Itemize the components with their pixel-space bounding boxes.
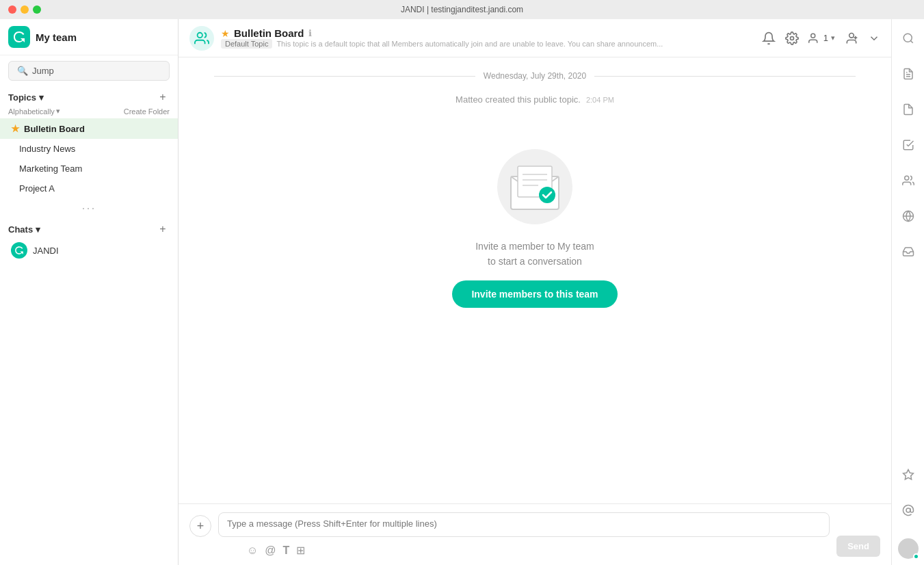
jump-label: Jump	[32, 66, 54, 76]
svg-point-2	[811, 34, 815, 38]
right-notes-button[interactable]	[897, 63, 919, 85]
channel-star-icon: ★	[221, 28, 230, 39]
svg-line-14	[910, 40, 912, 42]
svg-marker-20	[903, 470, 913, 479]
right-tasks-button[interactable]	[897, 134, 919, 156]
app-body: My team 🔍 Jump Topics ▾ + Alphabetically…	[0, 19, 924, 565]
chats-section-title[interactable]: Chats ▾	[8, 224, 40, 235]
sort-label-text: Alphabetically	[8, 107, 55, 116]
right-at-button[interactable]	[897, 499, 919, 521]
jandi-avatar	[11, 242, 27, 259]
svg-point-21	[906, 508, 910, 512]
main-content: ★ Bulletin Board ℹ Default Topic This to…	[179, 19, 891, 565]
close-button[interactable]	[8, 5, 16, 14]
message-input-area: + ☺ @ T ⊞ Send	[179, 503, 891, 565]
more-options-button[interactable]	[868, 32, 880, 44]
chat-area: Wednesday, July 29th, 2020 Matteo create…	[179, 57, 891, 503]
team-logo	[8, 26, 30, 48]
titlebar: JANDI | testingjanditest.jandi.com	[0, 0, 924, 19]
traffic-lights	[8, 5, 41, 14]
mention-button[interactable]: @	[265, 544, 276, 557]
fullscreen-button[interactable]	[33, 5, 41, 14]
channel-description: This topic is a default topic that all M…	[276, 40, 663, 48]
created-text: Matteo created this public topic.	[456, 94, 581, 105]
project-a-label: Project A	[19, 183, 55, 194]
right-user-avatar[interactable]	[897, 535, 919, 557]
right-inbox-button[interactable]	[897, 241, 919, 263]
sidebar: My team 🔍 Jump Topics ▾ + Alphabetically…	[0, 19, 179, 565]
svg-point-3	[849, 33, 854, 38]
created-time: 2:04 PM	[586, 96, 614, 104]
marketing-team-label: Marketing Team	[19, 163, 82, 174]
settings-button[interactable]	[785, 31, 799, 45]
member-chevron-icon: ▾	[831, 34, 835, 42]
notification-button[interactable]	[762, 31, 776, 45]
chats-section-header: Chats ▾ +	[0, 218, 178, 237]
create-folder-button[interactable]: Create Folder	[124, 107, 170, 116]
channel-info-icon[interactable]: ℹ	[308, 28, 312, 38]
channel-name: Bulletin Board	[234, 27, 304, 39]
industry-news-label: Industry News	[19, 144, 75, 154]
star-icon: ★	[11, 123, 20, 134]
invite-section: Invite a member to My team to start a co…	[452, 146, 617, 308]
topics-sort-row: Alphabetically ▾ Create Folder	[0, 105, 178, 118]
add-member-button[interactable]	[845, 31, 858, 45]
topics-section-title[interactable]: Topics ▾	[8, 92, 44, 103]
chat-item-jandi[interactable]: JANDI	[0, 237, 178, 263]
chats-label: Chats	[8, 224, 33, 235]
sidebar-item-industry-news[interactable]: Industry News	[0, 139, 178, 159]
chats-section: Chats ▾ + JANDI	[0, 218, 178, 263]
right-files-button[interactable]	[897, 98, 919, 120]
member-count: 1	[823, 33, 828, 43]
minimize-button[interactable]	[21, 5, 29, 14]
svg-point-12	[539, 187, 555, 203]
channel-name-row: ★ Bulletin Board ℹ	[221, 27, 755, 39]
message-input[interactable]	[218, 512, 830, 537]
add-topic-button[interactable]: +	[156, 90, 170, 104]
topics-section-header: Topics ▾ +	[0, 86, 178, 105]
svg-point-1	[790, 36, 793, 40]
attachment-button[interactable]: ⊞	[296, 544, 305, 557]
input-toolbar: ☺ @ T ⊞	[218, 540, 830, 557]
chats-chevron-icon: ▾	[36, 224, 40, 235]
invite-text: Invite a member to My team to start a co…	[475, 239, 594, 270]
channel-header: ★ Bulletin Board ℹ Default Topic This to…	[179, 19, 891, 57]
right-starred-button[interactable]	[897, 464, 919, 486]
topics-section: Topics ▾ + Alphabetically ▾ Create Folde…	[0, 86, 178, 198]
channel-info: ★ Bulletin Board ℹ Default Topic This to…	[221, 27, 755, 49]
header-actions: 1 ▾	[762, 31, 880, 45]
channel-avatar	[189, 26, 214, 51]
sort-button[interactable]: Alphabetically ▾	[8, 107, 60, 116]
sidebar-item-bulletin-board[interactable]: ★ Bulletin Board	[0, 118, 178, 139]
svg-point-0	[198, 32, 202, 37]
search-icon: 🔍	[17, 66, 28, 76]
date-divider: Wednesday, July 29th, 2020	[206, 71, 864, 81]
sidebar-item-marketing-team[interactable]: Marketing Team	[0, 159, 178, 179]
add-attachment-button[interactable]: +	[189, 515, 211, 537]
right-translate-button[interactable]	[897, 205, 919, 227]
invite-line1: Invite a member to My team	[475, 239, 594, 254]
send-button[interactable]: Send	[836, 536, 880, 557]
sidebar-item-project-a[interactable]: Project A	[0, 179, 178, 198]
right-sidebar	[891, 19, 924, 565]
sort-chevron-icon: ▾	[56, 107, 60, 116]
right-search-button[interactable]	[897, 27, 919, 49]
topics-label: Topics	[8, 92, 36, 103]
emoji-button[interactable]: ☺	[247, 544, 258, 557]
text-format-button[interactable]: T	[283, 544, 290, 557]
add-chat-button[interactable]: +	[156, 222, 170, 236]
right-members-button[interactable]	[897, 170, 919, 192]
svg-point-13	[903, 34, 912, 42]
svg-point-17	[904, 176, 908, 180]
jandi-chat-label: JANDI	[33, 246, 59, 256]
members-button[interactable]: 1 ▾	[808, 32, 835, 44]
bulletin-board-label: Bulletin Board	[24, 124, 85, 134]
invite-members-button[interactable]: Invite members to this team	[452, 280, 617, 308]
channel-badge: Default Topic	[221, 39, 272, 49]
online-status-dot	[913, 553, 919, 560]
input-row: + ☺ @ T ⊞ Send	[189, 512, 880, 557]
jump-button[interactable]: 🔍 Jump	[8, 61, 170, 81]
date-label: Wednesday, July 29th, 2020	[484, 71, 586, 81]
window-title: JANDI | testingjanditest.jandi.com	[401, 5, 523, 14]
sidebar-dots: ···	[0, 198, 178, 218]
